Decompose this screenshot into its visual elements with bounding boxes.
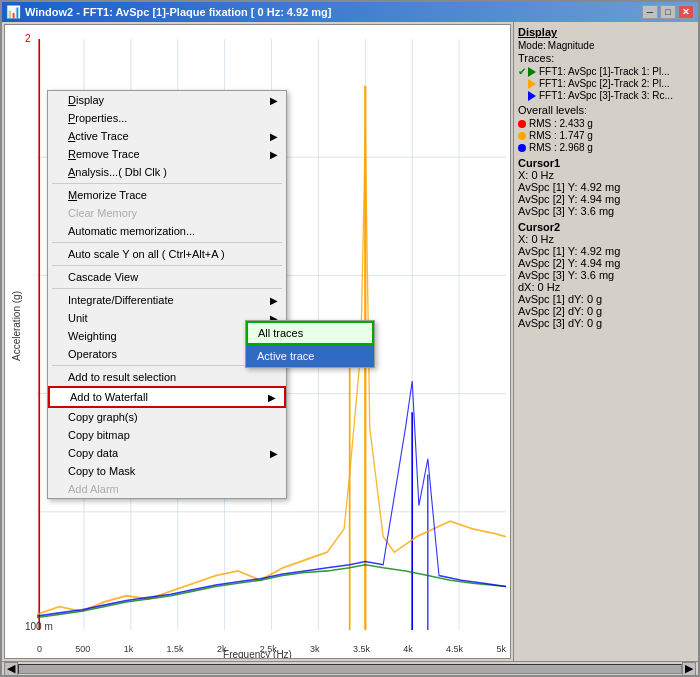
context-menu: Display ▶ Properties... Active Trace ▶ R… <box>47 90 287 499</box>
submenu-item-all-traces[interactable]: All traces <box>246 321 374 345</box>
cursor2-dx: dX: 0 Hz <box>518 281 694 293</box>
menu-item-copy-graphs[interactable]: Copy graph(s) <box>48 408 286 426</box>
cursor2-title: Cursor2 <box>518 221 694 233</box>
arrow-icon: ▶ <box>270 448 278 459</box>
main-content: Acceleration (g) 2 <box>2 22 698 661</box>
minimize-button[interactable]: ─ <box>642 5 658 19</box>
arrow-icon: ▶ <box>270 295 278 306</box>
window-icon: 📊 <box>6 5 21 19</box>
trace-row-1: ✔ FFT1: AvSpc [1]-Track 1: Pl... <box>518 66 694 77</box>
y-top-label: 2 <box>25 33 31 44</box>
arrow-icon: ▶ <box>268 392 276 403</box>
trace-row-3: ✔ FFT1: AvSpc [3]-Track 3: Rc... <box>518 90 694 101</box>
dot-blue-icon <box>518 144 526 152</box>
cursor2-dy3: AvSpc [3] dY: 0 g <box>518 317 694 329</box>
window-controls: ─ □ ✕ <box>642 5 694 19</box>
menu-separator-4 <box>52 288 282 289</box>
cursor2-dy1: AvSpc [1] dY: 0 g <box>518 293 694 305</box>
menu-item-copy-data[interactable]: Copy data ▶ <box>48 444 286 462</box>
cursor2-y1: AvSpc [1] Y: 4.92 mg <box>518 245 694 257</box>
menu-item-properties[interactable]: Properties... <box>48 109 286 127</box>
menu-item-add-result[interactable]: Add to result selection <box>48 368 286 386</box>
cursor2-y3: AvSpc [3] Y: 3.6 mg <box>518 269 694 281</box>
cursor1-y1: AvSpc [1] Y: 4.92 mg <box>518 181 694 193</box>
menu-separator-3 <box>52 265 282 266</box>
menu-item-add-alarm: Add Alarm <box>48 480 286 498</box>
triangle-orange-icon <box>528 79 536 89</box>
menu-item-auto-scale[interactable]: Auto scale Y on all ( Ctrl+Alt+A ) <box>48 245 286 263</box>
triangle-green-icon <box>528 67 536 77</box>
menu-item-clear-memory: Clear Memory <box>48 204 286 222</box>
checkmark-icon: ✔ <box>518 66 526 77</box>
menu-item-remove-trace[interactable]: Remove Trace ▶ <box>48 145 286 163</box>
close-button[interactable]: ✕ <box>678 5 694 19</box>
submenu-item-active-trace[interactable]: Active trace <box>246 345 374 367</box>
x-axis-label: Frequency (Hz) <box>223 649 292 659</box>
menu-item-display[interactable]: Display ▶ <box>48 91 286 109</box>
scroll-track[interactable] <box>18 664 682 674</box>
arrow-icon: ▶ <box>270 95 278 106</box>
menu-item-cascade[interactable]: Cascade View <box>48 268 286 286</box>
traces-label: Traces: <box>518 52 694 64</box>
mode-row: Mode: Magnitude <box>518 40 694 51</box>
menu-item-analysis[interactable]: Analysis...( Dbl Clk ) <box>48 163 286 181</box>
restore-button[interactable]: □ <box>660 5 676 19</box>
menu-item-active-trace[interactable]: Active Trace ▶ <box>48 127 286 145</box>
menu-item-copy-mask[interactable]: Copy to Mask <box>48 462 286 480</box>
overall-title: Overall levels: <box>518 104 694 116</box>
cursor2-dy2: AvSpc [2] dY: 0 g <box>518 305 694 317</box>
arrow-icon: ▶ <box>270 149 278 160</box>
y-bottom-label: 100 m <box>25 621 53 632</box>
scrollbar-area: ◀ ▶ <box>2 661 698 675</box>
menu-item-memorize-trace[interactable]: Memorize Trace <box>48 186 286 204</box>
y-axis-label: Acceleration (g) <box>11 291 22 361</box>
cursor1-y2: AvSpc [2] Y: 4.94 mg <box>518 193 694 205</box>
dot-orange-icon <box>518 132 526 140</box>
menu-separator-2 <box>52 242 282 243</box>
window-title: Window2 - FFT1: AvSpc [1]-Plaque fixatio… <box>25 6 332 18</box>
menu-separator <box>52 183 282 184</box>
cursor1-x: X: 0 Hz <box>518 169 694 181</box>
right-panel: Display Mode: Magnitude Traces: ✔ FFT1: … <box>513 22 698 661</box>
display-title: Display <box>518 26 694 38</box>
cursor1-title: Cursor1 <box>518 157 694 169</box>
mode-label: Mode: <box>518 40 546 51</box>
main-window: 📊 Window2 - FFT1: AvSpc [1]-Plaque fixat… <box>0 0 700 677</box>
mode-value: Magnitude <box>548 40 595 51</box>
scroll-left-button[interactable]: ◀ <box>4 662 18 676</box>
cursor2-y2: AvSpc [2] Y: 4.94 mg <box>518 257 694 269</box>
menu-item-copy-bitmap[interactable]: Copy bitmap <box>48 426 286 444</box>
rms-row-1: RMS : 2.433 g <box>518 118 694 129</box>
triangle-blue-icon <box>528 91 536 101</box>
submenu-waterfall: All traces Active trace <box>245 320 375 368</box>
cursor1-y3: AvSpc [3] Y: 3.6 mg <box>518 205 694 217</box>
rms-row-3: RMS : 2.968 g <box>518 142 694 153</box>
menu-item-integrate[interactable]: Integrate/Differentiate ▶ <box>48 291 286 309</box>
chart-area: Acceleration (g) 2 <box>4 24 511 659</box>
rms-row-2: RMS : 1.747 g <box>518 130 694 141</box>
dot-red-icon <box>518 120 526 128</box>
scroll-right-button[interactable]: ▶ <box>682 662 696 676</box>
cursor2-x: X: 0 Hz <box>518 233 694 245</box>
menu-item-auto-memorization[interactable]: Automatic memorization... <box>48 222 286 240</box>
trace-row-2: ✔ FFT1: AvSpc [2]-Track 2: Pl... <box>518 78 694 89</box>
menu-item-add-waterfall[interactable]: Add to Waterfall ▶ <box>48 386 286 408</box>
title-bar: 📊 Window2 - FFT1: AvSpc [1]-Plaque fixat… <box>2 2 698 22</box>
arrow-icon: ▶ <box>270 131 278 142</box>
